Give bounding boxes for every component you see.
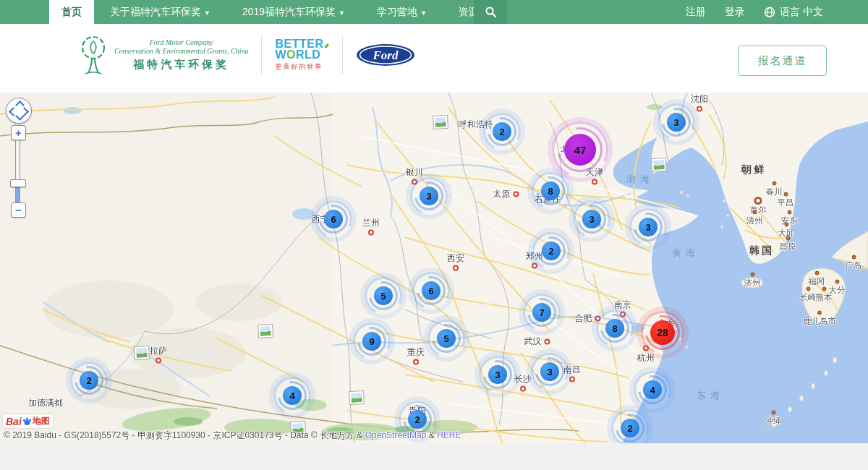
cluster-count: 3 (645, 222, 650, 233)
cluster-marker[interactable]: 2 (542, 242, 561, 260)
city-dot-icon (545, 338, 550, 344)
city-dot-icon (822, 287, 826, 291)
cluster-count: 3 (547, 367, 552, 377)
city-dot-icon (453, 265, 459, 271)
cluster-marker[interactable]: 2 (408, 410, 427, 429)
cluster-marker[interactable]: 28 (650, 320, 675, 345)
zoom-out-button[interactable]: − (11, 202, 26, 218)
city-dot-icon (413, 359, 419, 365)
here-link[interactable]: HERE (437, 430, 461, 440)
login-link[interactable]: 登录 (725, 6, 745, 19)
city-dot-icon (783, 192, 788, 197)
cluster-marker[interactable]: 3 (582, 210, 601, 228)
cluster-marker[interactable]: 4 (643, 380, 662, 399)
city-name: 福冈 (809, 276, 825, 287)
cluster-marker[interactable]: 7 (532, 303, 551, 322)
globe-icon (764, 7, 775, 18)
city-label: 熊本 (816, 286, 833, 303)
photo-thumbnail-icon[interactable] (258, 325, 273, 338)
city-name: 杭州 (637, 352, 655, 364)
city-label: 广岛 (846, 255, 862, 271)
signup-channel-button[interactable]: 报名通道 (738, 46, 827, 76)
city-label: 平昌 (778, 192, 794, 208)
city-name: 鹿儿岛市 (803, 316, 836, 327)
grants-line1: Ford Motor Company (114, 38, 248, 47)
language-switcher[interactable]: 语言 中文 (764, 6, 823, 19)
city-dot-icon (520, 386, 526, 392)
zoom-slider-track[interactable] (15, 139, 20, 205)
cluster-marker[interactable]: 3 (540, 362, 559, 381)
zoom-slider-handle[interactable] (10, 179, 26, 187)
city-label: 鹿儿岛市 (803, 310, 836, 327)
city-dot-icon (752, 210, 757, 215)
city-name: 济州 (744, 278, 761, 289)
cluster-marker[interactable]: 2 (621, 419, 639, 437)
cluster-marker[interactable]: 5 (437, 329, 456, 348)
city-name: 冲绳 (765, 416, 782, 427)
city-name: 清州 (746, 215, 763, 226)
city-dot-icon (156, 358, 161, 364)
cluster-marker[interactable]: 47 (564, 134, 596, 166)
city-label: 西安 (447, 252, 464, 272)
city-label: 长沙 (514, 373, 532, 393)
city-name: 长沙 (514, 373, 532, 385)
grants-line3: 福特汽车环保奖 (114, 58, 248, 72)
search-icon (485, 6, 497, 18)
zoom-in-button[interactable]: + (11, 125, 26, 140)
register-link[interactable]: 注册 (686, 6, 706, 19)
chevron-down-icon: ▼ (420, 9, 427, 17)
cluster-marker[interactable]: 5 (374, 286, 393, 305)
photo-thumbnail-icon[interactable] (652, 158, 666, 171)
openstreetmap-link[interactable]: OpenStreetMap (365, 430, 427, 440)
cluster-marker[interactable]: 2 (493, 122, 511, 141)
city-name: 沈阳 (691, 93, 708, 106)
map-pan-control[interactable] (6, 98, 32, 124)
city-label: 福冈 (809, 270, 825, 287)
city-label: 兰州 (362, 217, 380, 236)
cluster-marker[interactable]: 8 (605, 319, 624, 338)
photo-thumbnail-icon[interactable] (135, 346, 149, 359)
world-globe-o: O (286, 48, 296, 61)
cluster-marker[interactable]: 6 (422, 281, 441, 300)
city-name: 广岛 (846, 260, 862, 271)
cluster-marker[interactable]: 3 (639, 218, 658, 236)
country-label: 朝鲜 (741, 163, 766, 176)
city-dot-icon (786, 236, 790, 241)
nav-item-0[interactable]: 首页 (49, 0, 94, 24)
baidu-map[interactable]: 沈阳呼和浩特银川太原天津兰州西宁西安郑州石家庄济南北京武汉重庆长沙南昌合肥南京杭… (0, 93, 868, 443)
cluster-count: 3 (673, 117, 678, 128)
city-name: 昌原 (780, 242, 796, 252)
cluster-marker[interactable]: 9 (362, 332, 381, 351)
photo-thumbnail-icon[interactable] (349, 391, 364, 404)
cluster-count: 3 (589, 214, 594, 225)
nav-item-3[interactable]: 学习营地▼ (361, 0, 443, 24)
nav-item-2[interactable]: 2019福特汽车环保奖▼ (226, 0, 361, 24)
city-dot-icon (787, 210, 791, 215)
cluster-count: 2 (86, 375, 91, 386)
city-name: 太原 (493, 188, 511, 200)
cluster-count: 7 (539, 307, 544, 318)
city-label: 冲绳 (765, 410, 782, 427)
top-navbar: 首页关于福特汽车环保奖▼2019福特汽车环保奖▼学习营地▼资源共享▼ 注册 登录… (0, 0, 868, 24)
cluster-marker[interactable]: 3 (488, 365, 507, 384)
search-button[interactable] (474, 0, 507, 24)
city-dot-icon (697, 106, 702, 112)
cluster-marker[interactable]: 3 (420, 187, 438, 205)
nav-item-1[interactable]: 关于福特汽车环保奖▼ (94, 0, 226, 24)
city-dot-icon (806, 287, 810, 291)
city-label: 加德满都 (28, 397, 63, 409)
cluster-marker[interactable]: 4 (283, 386, 302, 405)
photo-thumbnail-icon[interactable] (433, 116, 448, 129)
city-dot-icon (368, 230, 374, 236)
baidu-paw-icon (22, 416, 32, 426)
cluster-marker[interactable]: 2 (80, 371, 98, 390)
city-label: 济州 (744, 272, 761, 289)
cluster-marker[interactable]: 3 (667, 113, 686, 132)
cluster-marker[interactable]: 8 (541, 181, 560, 200)
cluster-marker[interactable]: 6 (324, 210, 343, 228)
attribution-sep: & (426, 430, 437, 440)
city-dot-icon (514, 191, 519, 197)
cluster-count: 2 (414, 414, 420, 425)
brand-header: Ford Motor Company Conservation & Enviro… (0, 24, 868, 93)
baidu-logo-text-cn: 地图 (33, 415, 50, 427)
